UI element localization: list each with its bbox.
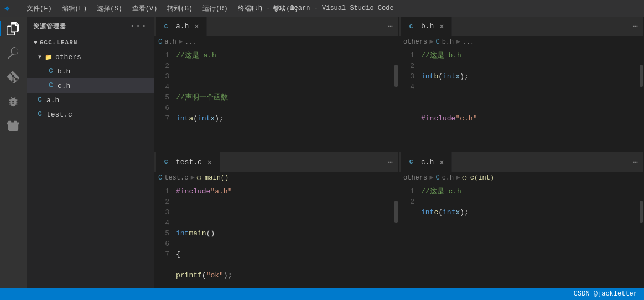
tree-file-testc[interactable]: C test.c [27,107,154,122]
tab-bar-ch: C c.h ✕ ⋯ [399,152,643,172]
breadcrumb-ch-icon: C [435,174,439,182]
breadcrumb-bh-icon: C [435,38,439,46]
minimap-ch [617,184,639,288]
tab-ah-label: a.h [176,22,189,30]
scrollbar-ch[interactable] [639,184,643,288]
tree-folder-others[interactable]: ▼ 📁 others [27,50,154,64]
breadcrumb-testc-icon: C [158,174,162,182]
breadcrumb-ch-others: others [403,174,427,182]
tab-testc-close[interactable]: ✕ [205,157,214,166]
line-numbers-ch: 12 [399,184,419,288]
breadcrumb-ah-name: a.h [164,38,176,46]
code-content-ch[interactable]: //这是 c.h int c(int x); [419,184,617,288]
tab-bar-ch-more[interactable]: ⋯ [630,157,641,167]
minimap-testc [372,184,394,288]
menu-view[interactable]: 查看(V) [128,3,162,14]
menu-select[interactable]: 选择(S) [92,3,127,14]
breadcrumb-testc: C test.c ► ◯ main() [154,172,398,184]
tab-bh-label: b.h [421,22,434,30]
code-area-ah[interactable]: 1234567 //这是 a.h //声明一个函数 int a(int x); … [154,48,398,152]
activity-search-icon[interactable] [6,45,21,61]
tree-root-label: GCC-LEARN [40,39,77,46]
c-file-icon-ch: C [46,81,55,90]
tab-testc[interactable]: C test.c ✕ [156,152,220,172]
status-bar: CSDN @jackletter [0,288,644,300]
tab-ch[interactable]: C c.h ✕ [401,152,452,172]
code-content-bh[interactable]: //这是 b.h int b(int x); #include "c.h" [419,48,617,152]
line-numbers-ah: 1234567 [154,48,174,152]
tree-root-arrow: ▼ [31,38,40,47]
activity-git-icon[interactable] [6,70,21,85]
main-layout: 资源管理器 ··· ▼ GCC-LEARN ▼ 📁 others [0,17,644,288]
tree-root[interactable]: ▼ GCC-LEARN [27,35,154,50]
code-area-bh[interactable]: 1234 //这是 b.h int b(int x); #include "c.… [399,48,643,152]
scrollbar-testc[interactable] [394,184,398,288]
scrollbar-ah[interactable] [394,48,398,152]
tree-bh-label: b.h [58,67,70,76]
menu-bar[interactable]: 文件(F) 编辑(E) 选择(S) 查看(V) 转到(G) 运行(R) 终端(T… [22,3,303,14]
editor-pane-bh: C b.h ✕ ⋯ others ► C b.h ► ... 1234 //这是… [399,17,644,152]
breadcrumb-bh: others ► C b.h ► ... [399,36,643,48]
tree-others-label: others [55,53,81,61]
editor-pane-ah: C a.h ✕ ⋯ C a.h ► ... 1234567 //这是 a.h /… [154,17,399,152]
tab-ch-label: c.h [421,158,434,166]
tab-ch-icon: C [407,157,416,166]
sidebar-title: 资源管理器 [33,22,66,30]
menu-edit[interactable]: 编辑(E) [58,3,92,14]
code-content-testc[interactable]: #include "a.h" int main() { printf("ok")… [174,184,372,288]
titlebar: ❖ 文件(F) 编辑(E) 选择(S) 查看(V) 转到(G) 运行(R) 终端… [0,0,644,17]
c-file-icon-ah: C [35,96,44,104]
line-numbers-bh: 1234 [399,48,419,152]
menu-terminal[interactable]: 终端(T) [233,3,268,14]
breadcrumb-ch-name: c.h [442,174,454,182]
line-numbers-testc: 1234567 [154,184,174,288]
tab-ah-icon: C [162,22,170,31]
code-content-ah[interactable]: //这是 a.h //声明一个函数 int a(int x); #include… [174,48,372,152]
code-area-testc[interactable]: 1234567 #include "a.h" int main() { prin… [154,184,398,288]
sidebar: 资源管理器 ··· ▼ GCC-LEARN ▼ 📁 others [27,17,154,288]
tab-bh[interactable]: C b.h ✕ [401,17,452,36]
activity-extensions-icon[interactable] [6,118,21,134]
tab-ah[interactable]: C a.h ✕ [156,17,207,36]
tab-bar-ah: C a.h ✕ ⋯ [154,17,398,36]
tab-bar-testc-more[interactable]: ⋯ [385,157,396,167]
breadcrumb-ah-file: C [158,38,162,46]
tab-bar-ah-more[interactable]: ⋯ [385,22,396,31]
tree-file-ch[interactable]: C c.h [27,78,154,93]
breadcrumb-bh-name: b.h [442,38,454,46]
tree-file-ah[interactable]: C a.h [27,93,154,107]
breadcrumb-ah: C a.h ► ... [154,36,398,48]
sidebar-more-button[interactable]: ··· [129,21,147,31]
menu-goto[interactable]: 转到(G) [163,3,197,14]
editor-area: C a.h ✕ ⋯ C a.h ► ... 1234567 //这是 a.h /… [154,17,644,288]
editor-pane-ch: C c.h ✕ ⋯ others ► C c.h ► ◯ c(int) 12 /… [399,152,644,288]
c-file-icon-testc: C [35,110,44,119]
tab-bar-bh: C b.h ✕ ⋯ [399,17,643,36]
status-credit: CSDN @jackletter [574,290,637,298]
tab-bh-close[interactable]: ✕ [437,22,446,31]
tab-testc-label: test.c [176,158,202,166]
minimap-bh [617,48,639,152]
code-area-ch[interactable]: 12 //这是 c.h int c(int x); [399,184,643,288]
menu-run[interactable]: 运行(R) [198,3,232,14]
tab-testc-icon: C [162,157,170,166]
vscode-icon: ❖ [4,3,10,14]
menu-file[interactable]: 文件(F) [22,3,56,14]
tree-ch-label: c.h [58,82,70,90]
minimap-ah [372,48,394,152]
activity-files-icon[interactable] [6,21,21,36]
editor-pane-testc: C test.c ✕ ⋯ C test.c ► ◯ main() 1234567… [154,152,399,288]
tree-file-bh[interactable]: C b.h [27,64,154,78]
tab-ah-close[interactable]: ✕ [192,22,201,31]
scrollbar-bh[interactable] [639,48,643,152]
sidebar-header: 资源管理器 ··· [27,17,154,35]
file-tree: ▼ GCC-LEARN ▼ 📁 others C b.h [27,35,154,288]
breadcrumb-testc-name: test.c [164,174,188,182]
tab-ch-close[interactable]: ✕ [437,157,446,166]
menu-help[interactable]: 帮助(H) [268,3,303,14]
tab-bh-icon: C [407,22,416,31]
folder-icon: 📁 [44,52,53,61]
c-file-icon: C [46,67,55,76]
activity-debug-icon[interactable] [6,94,21,109]
tab-bar-bh-more[interactable]: ⋯ [630,22,641,31]
